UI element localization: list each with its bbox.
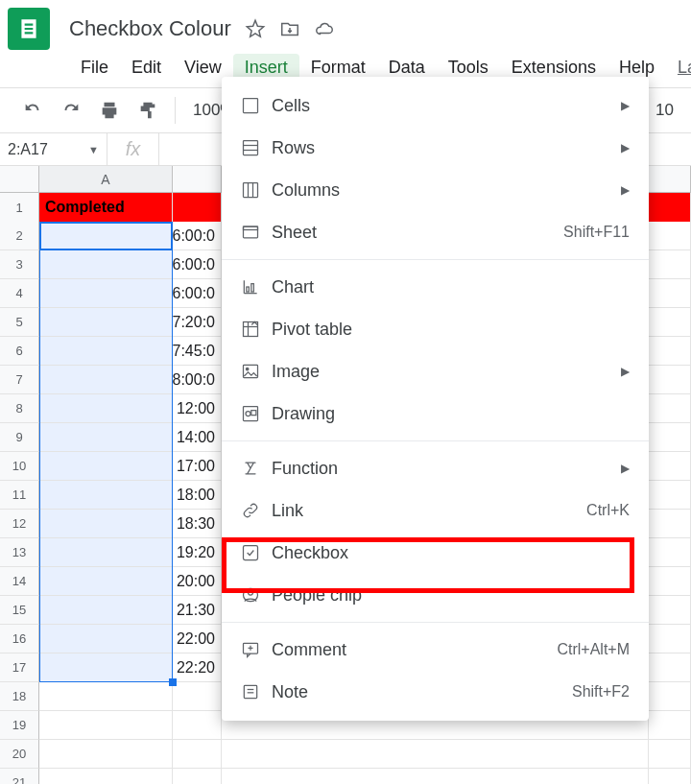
cell[interactable]	[39, 452, 173, 481]
cell[interactable]	[39, 510, 173, 538]
row-header[interactable]: 9	[0, 423, 39, 452]
cell[interactable]: 18:00	[173, 481, 222, 510]
star-icon[interactable]	[245, 18, 266, 39]
row-header[interactable]: 20	[0, 740, 39, 769]
cell[interactable]	[649, 452, 691, 481]
cell[interactable]: 6:00:0	[173, 222, 222, 250]
column-header[interactable]: A	[39, 166, 173, 193]
menu-item-file[interactable]: File	[69, 54, 120, 82]
cell[interactable]	[39, 596, 173, 625]
cell[interactable]: Completed	[39, 193, 173, 222]
row-header[interactable]: 12	[0, 510, 39, 538]
move-icon[interactable]	[279, 18, 300, 39]
cell[interactable]	[39, 279, 173, 308]
cell[interactable]: 19:20	[173, 538, 222, 567]
cell[interactable]	[649, 481, 691, 510]
menu-item-sheet[interactable]: SheetShift+F11	[222, 211, 649, 253]
cell[interactable]	[39, 337, 173, 366]
cell[interactable]	[649, 308, 691, 337]
menu-item-checkbox[interactable]: Checkbox	[222, 532, 649, 574]
menu-item-people-chip[interactable]: People chip	[222, 574, 649, 616]
row-header[interactable]: 14	[0, 567, 39, 596]
cell[interactable]	[649, 653, 691, 682]
undo-button[interactable]	[13, 91, 52, 130]
cell[interactable]: 17:00	[173, 452, 222, 481]
cell[interactable]	[649, 337, 691, 366]
menu-item-image[interactable]: Image▶	[222, 350, 649, 392]
document-title[interactable]: Checkbox Colour	[69, 16, 231, 41]
cell[interactable]	[649, 279, 691, 308]
cell[interactable]	[173, 711, 222, 740]
cell[interactable]	[649, 596, 691, 625]
menu-item-chart[interactable]: Chart	[222, 266, 649, 308]
menu-item-pivot-table[interactable]: Pivot table	[222, 308, 649, 350]
menu-item-columns[interactable]: Columns▶	[222, 169, 649, 211]
font-size-select[interactable]: 10	[646, 101, 691, 120]
cell[interactable]: 12:00	[173, 394, 222, 423]
cell[interactable]	[649, 740, 691, 769]
row-header[interactable]: 4	[0, 279, 39, 308]
cell[interactable]	[39, 366, 173, 394]
menu-item-note[interactable]: NoteShift+F2	[222, 671, 649, 713]
cell[interactable]	[39, 222, 173, 250]
row-header[interactable]: 8	[0, 394, 39, 423]
cell[interactable]	[649, 193, 691, 222]
cell[interactable]	[39, 740, 173, 769]
menu-item-rows[interactable]: Rows▶	[222, 127, 649, 169]
menu-item-link[interactable]: LinkCtrl+K	[222, 489, 649, 532]
row-header[interactable]: 18	[0, 682, 39, 711]
cell[interactable]	[39, 481, 173, 510]
cell[interactable]: 7:20:0	[173, 308, 222, 337]
cell[interactable]: 7:45:0	[173, 337, 222, 366]
menu-item-cells[interactable]: Cells▶	[222, 84, 649, 127]
cell[interactable]: 8:00:0	[173, 366, 222, 394]
row-header[interactable]: 13	[0, 538, 39, 567]
cell[interactable]	[649, 769, 691, 784]
cell[interactable]	[39, 682, 173, 711]
cell[interactable]	[39, 394, 173, 423]
cell[interactable]	[649, 366, 691, 394]
cell[interactable]	[649, 625, 691, 653]
cell[interactable]: 22:20	[173, 653, 222, 682]
row-header[interactable]: 1	[0, 193, 39, 222]
menu-item-drawing[interactable]: Drawing	[222, 392, 649, 435]
selection-handle[interactable]	[169, 678, 177, 686]
cell[interactable]	[39, 308, 173, 337]
row-header[interactable]: 6	[0, 337, 39, 366]
cell[interactable]	[649, 682, 691, 711]
cell[interactable]	[649, 567, 691, 596]
cell[interactable]	[649, 250, 691, 279]
select-all-corner[interactable]	[0, 166, 39, 193]
cell[interactable]	[39, 769, 173, 784]
cell[interactable]: 18:30	[173, 510, 222, 538]
cell[interactable]	[649, 711, 691, 740]
row-header[interactable]: 11	[0, 481, 39, 510]
cell[interactable]	[39, 653, 173, 682]
row-header[interactable]: 16	[0, 625, 39, 653]
cell[interactable]	[649, 394, 691, 423]
cell[interactable]	[173, 682, 222, 711]
paint-format-button[interactable]	[129, 91, 167, 130]
row-header[interactable]: 17	[0, 653, 39, 682]
cell[interactable]	[39, 423, 173, 452]
cell[interactable]	[39, 567, 173, 596]
menu-item-function[interactable]: Function▶	[222, 447, 649, 489]
cell[interactable]	[649, 222, 691, 250]
cell[interactable]	[39, 625, 173, 653]
menu-item-edit[interactable]: Edit	[120, 54, 173, 82]
row-header[interactable]: 2	[0, 222, 39, 250]
cell[interactable]	[649, 510, 691, 538]
row-header[interactable]: 19	[0, 711, 39, 740]
row-header[interactable]: 3	[0, 250, 39, 279]
menu-item-la[interactable]: La	[666, 54, 691, 82]
row-header[interactable]: 15	[0, 596, 39, 625]
cell[interactable]: 20:00	[173, 567, 222, 596]
cell[interactable]: 14:00	[173, 423, 222, 452]
cell[interactable]	[173, 193, 222, 222]
sheets-logo[interactable]	[8, 8, 50, 50]
cell[interactable]	[649, 538, 691, 567]
column-header[interactable]	[173, 166, 222, 193]
row-header[interactable]: 21	[0, 769, 39, 784]
column-header[interactable]	[649, 166, 691, 193]
cell[interactable]	[39, 538, 173, 567]
